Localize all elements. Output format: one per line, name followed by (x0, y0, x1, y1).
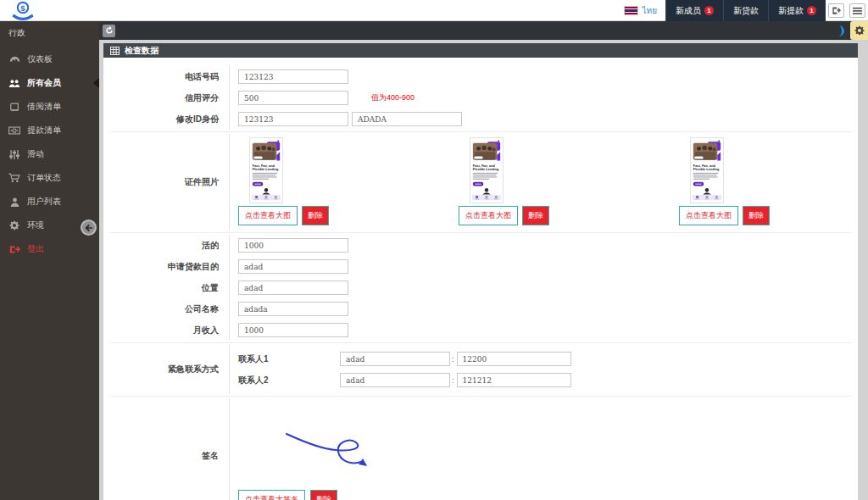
id-photos-label: 证件照片 (110, 176, 229, 188)
id-label: 修改ID身份 (110, 114, 229, 125)
sidebar-item-label: 提款清单 (27, 125, 61, 136)
sidebar-item-logout[interactable]: 登出 (0, 237, 99, 261)
new-loans-label: 新贷款 (733, 5, 759, 17)
cart-icon (8, 173, 20, 183)
sidebar-header: 行政 (0, 21, 99, 47)
location-input[interactable] (238, 281, 348, 295)
view-large-photo-button[interactable]: 点击查看大图 (238, 206, 298, 225)
active-row: 活的 (110, 235, 851, 256)
sign-out-button[interactable] (828, 3, 844, 18)
sidebar-item-label: 滑动 (27, 148, 44, 160)
sidebar-item-slide[interactable]: 滑动 (0, 142, 99, 166)
settings-gear-button[interactable] (850, 21, 868, 40)
contact2-name-input[interactable] (340, 373, 450, 387)
location-row: 位置 (110, 277, 851, 298)
view-large-signature-button[interactable]: 点击查看大签名 (238, 490, 305, 500)
view-large-photo-button[interactable]: 点击查看大图 (459, 206, 518, 225)
sidebar-item-dashboard[interactable]: 仪表板 (0, 47, 99, 71)
contact-separator: : (452, 376, 454, 385)
id-photo-card: Fast, Fair, and Flexible Lending (238, 137, 329, 225)
id-row: 修改ID身份 (110, 108, 851, 130)
id-photos-row: 证件照片 Fast, Fair, (110, 134, 851, 231)
phone-input[interactable] (238, 69, 348, 84)
delete-photo-button[interactable]: 删除 (743, 206, 770, 225)
id-photo-thumbnail[interactable]: Fast, Fair, and Flexible Lending (249, 137, 283, 203)
thumbnail-title-line2: Flexible Lending (693, 167, 720, 171)
topbar: $ ไทย 新成员 1 新贷款 新提款 1 (0, 0, 868, 21)
user-icon (8, 197, 20, 207)
refresh-button[interactable] (103, 25, 115, 37)
new-loans-button[interactable]: 新贷款 (723, 0, 768, 21)
thumbnail-title-line2: Flexible Lending (253, 167, 279, 171)
sidebar-item-all-members[interactable]: 所有会员 (0, 71, 99, 95)
contact-row-1: 联系人1 : (238, 348, 571, 369)
credit-score-input[interactable] (238, 91, 348, 105)
income-row: 月收入 (110, 319, 851, 341)
money-icon (8, 126, 20, 135)
id-photo-thumbnail[interactable]: Fast, Fair, and Flexible Lending (470, 137, 504, 203)
svg-text:$: $ (20, 3, 25, 13)
sidebar-item-borrow-list[interactable]: 借阅清单 (0, 95, 99, 119)
table-icon (110, 47, 120, 55)
sidebar-item-order-status[interactable]: 订单状态 (0, 166, 99, 190)
delete-signature-button[interactable]: 删除 (310, 490, 337, 500)
refresh-icon (105, 26, 114, 35)
income-input[interactable] (238, 323, 348, 337)
signature-label: 签名 (110, 450, 229, 462)
sidebar-item-label: 借阅清单 (27, 101, 61, 113)
contact1-name-input[interactable] (340, 352, 450, 366)
sidebar-collapse-button[interactable] (81, 219, 97, 236)
new-members-label: 新成员 (676, 5, 701, 17)
company-row: 公司名称 (110, 298, 851, 319)
loan-purpose-input[interactable] (238, 259, 348, 274)
sidebar-item-withdraw-list[interactable]: 提款清单 (0, 119, 99, 142)
income-label: 月收入 (110, 325, 229, 336)
sidebar-item-label: 仪表板 (27, 53, 53, 65)
loading-arc-icon (837, 25, 844, 36)
active-input[interactable] (238, 238, 348, 253)
signature-canvas (238, 402, 851, 490)
sidebar-item-label: 环境 (27, 219, 44, 231)
company-label: 公司名称 (110, 303, 229, 315)
emergency-contacts-label: 紧急联系方式 (110, 364, 229, 375)
logout-icon (8, 245, 20, 254)
company-input[interactable] (238, 302, 348, 316)
new-withdrawals-button[interactable]: 新提款 1 (768, 0, 826, 21)
delete-photo-button[interactable]: 删除 (302, 206, 329, 225)
id-photo-thumbnail[interactable]: Fast, Fair, and Flexible Lending (690, 137, 724, 203)
sidebar-item-label: 订单状态 (27, 172, 61, 184)
contact1-phone-input[interactable] (457, 352, 571, 366)
credit-score-label: 信用评分 (110, 92, 229, 104)
sidebar-item-user-list[interactable]: 用户列表 (0, 190, 99, 214)
id-name-input[interactable] (352, 112, 462, 126)
delete-photo-button[interactable]: 删除 (522, 206, 549, 225)
view-large-photo-button[interactable]: 点击查看大图 (679, 206, 738, 225)
panel-title: 检查数据 (125, 45, 159, 57)
thai-flag-icon (624, 6, 638, 15)
loan-purpose-row: 申请贷款目的 (110, 256, 851, 277)
credit-score-row: 信用评分 值为400-900 (110, 87, 851, 108)
loan-purpose-label: 申请贷款目的 (110, 261, 229, 273)
panel-header: 检查数据 (103, 43, 858, 58)
sidebar: 行政 仪表板 所有会员 借阅清单 提款清单 (0, 21, 99, 500)
loan-details-group: 活的 申请贷款目的 位置 公司名称 (110, 233, 851, 343)
id-photo-card: Fast, Fair, and Flexible Lending (459, 137, 549, 225)
arrow-left-icon (85, 224, 93, 232)
gear-icon (854, 25, 865, 36)
new-members-badge: 1 (704, 6, 714, 15)
check-data-panel: 检查数据 电话号码 信用评分 值为400-900 修改ID身份 (103, 43, 858, 500)
sliders-icon (8, 150, 20, 159)
menu-toggle-button[interactable] (849, 3, 865, 18)
language-switcher[interactable]: ไทย (615, 0, 665, 21)
panel-body: 电话号码 信用评分 值为400-900 修改ID身份 (103, 58, 858, 500)
contact-separator: : (452, 355, 454, 364)
location-label: 位置 (110, 282, 229, 294)
id-number-input[interactable] (238, 112, 348, 126)
credit-score-hint: 值为400-900 (371, 92, 415, 103)
gear-icon (8, 220, 20, 231)
phone-label: 电话号码 (110, 71, 229, 83)
sidebar-item-label: 所有会员 (27, 77, 61, 89)
contact2-phone-input[interactable] (457, 373, 571, 387)
new-members-button[interactable]: 新成员 1 (665, 0, 723, 21)
book-icon (8, 103, 20, 112)
